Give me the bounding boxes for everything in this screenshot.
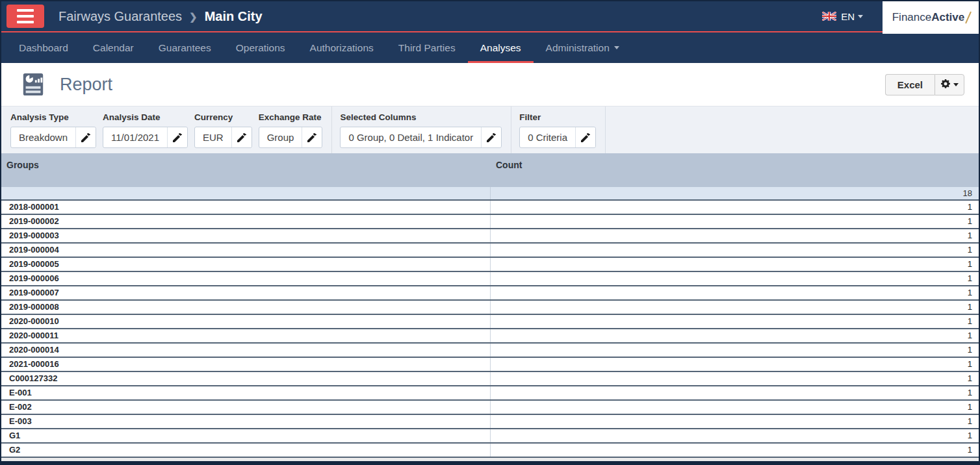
filter-divider bbox=[511, 107, 511, 153]
count-cell: 1 bbox=[491, 344, 979, 357]
count-cell: 1 bbox=[491, 329, 979, 342]
analysis-date-control[interactable]: 11/01/2021 bbox=[103, 127, 188, 148]
count-cell: 1 bbox=[491, 315, 979, 328]
logo-text-active: Active bbox=[931, 11, 964, 24]
count-cell: 1 bbox=[491, 272, 979, 285]
analysis-date-value: 11/01/2021 bbox=[103, 127, 167, 147]
filter-criteria: Filter 0 Criteria bbox=[519, 112, 596, 153]
count-cell: 1 bbox=[491, 401, 979, 414]
summary-group-cell bbox=[1, 187, 491, 199]
group-cell: 2019-000005 bbox=[1, 258, 491, 271]
filter-label: Filter bbox=[519, 112, 596, 122]
table-row: G1 1 bbox=[1, 429, 979, 444]
group-cell: 2019-000003 bbox=[1, 229, 491, 242]
breadcrumb-separator-icon: ❯ bbox=[189, 10, 198, 23]
edit-pencil-button[interactable] bbox=[167, 127, 187, 147]
count-cell: 1 bbox=[491, 358, 979, 371]
app-window: Fairways Guarantees ❯ Main City bbox=[0, 0, 980, 465]
language-code: EN bbox=[841, 11, 855, 22]
language-selector[interactable]: EN bbox=[822, 11, 863, 22]
group-cell: 2020-000011 bbox=[1, 329, 491, 342]
table-row: E-003 1 bbox=[1, 415, 979, 429]
logo-slash-icon bbox=[965, 11, 972, 23]
selected-columns-control[interactable]: 0 Group, 0 Detail, 1 Indicator bbox=[340, 127, 502, 148]
gear-icon bbox=[940, 79, 951, 91]
nav-item-third-parties[interactable]: Third Parties bbox=[386, 32, 468, 63]
group-cell: 2019-000004 bbox=[1, 244, 491, 257]
finance-active-logo[interactable]: FinanceActive bbox=[883, 1, 979, 34]
edit-pencil-button[interactable] bbox=[231, 127, 251, 147]
nav-item-guarantees[interactable]: Guarantees bbox=[146, 32, 224, 63]
count-cell: 1 bbox=[491, 258, 979, 271]
group-cell: E-003 bbox=[1, 415, 491, 428]
report-table: Groups Count 18 2018-000001 1 2019-00000… bbox=[1, 153, 979, 458]
count-cell: 1 bbox=[491, 301, 979, 314]
table-row: 2019-000008 1 bbox=[1, 301, 979, 315]
table-body: 2018-000001 1 2019-000002 1 2019-000003 … bbox=[1, 201, 979, 458]
column-header-count: Count bbox=[491, 153, 979, 187]
filter-label: Selected Columns bbox=[340, 112, 502, 122]
table-row: 2021-000016 1 bbox=[1, 358, 979, 372]
edit-pencil-button[interactable] bbox=[302, 127, 322, 147]
filter-criteria-value: 0 Criteria bbox=[520, 127, 575, 147]
edit-pencil-button[interactable] bbox=[575, 127, 595, 147]
table-row: C000127332 1 bbox=[1, 372, 979, 386]
currency-value: EUR bbox=[195, 127, 231, 147]
nav-item-operations[interactable]: Operations bbox=[224, 32, 298, 63]
currency-control[interactable]: EUR bbox=[194, 127, 252, 148]
nav-item-authorizations[interactable]: Authorizations bbox=[298, 32, 386, 63]
nav-item-dashboard[interactable]: Dashboard bbox=[6, 32, 81, 63]
report-icon bbox=[21, 72, 45, 97]
filter-label: Analysis Type bbox=[10, 112, 96, 122]
count-cell: 1 bbox=[491, 386, 979, 399]
filter-analysis-date: Analysis Date 11/01/2021 bbox=[103, 112, 188, 153]
chevron-down-icon bbox=[614, 46, 619, 49]
table-row: E-001 1 bbox=[1, 386, 979, 401]
filter-divider bbox=[331, 107, 332, 153]
breadcrumb-app[interactable]: Fairways Guarantees bbox=[58, 9, 182, 24]
nav-item-administration[interactable]: Administration bbox=[534, 32, 632, 63]
group-cell: G2 bbox=[1, 444, 491, 457]
group-cell: 2019-000007 bbox=[1, 286, 491, 299]
table-row: 2019-000004 1 bbox=[1, 244, 979, 258]
summary-row: 18 bbox=[1, 187, 979, 201]
settings-gear-button[interactable] bbox=[935, 74, 964, 95]
table-row: 2019-000006 1 bbox=[1, 272, 979, 286]
count-cell: 1 bbox=[491, 415, 979, 428]
table-row: E-002 1 bbox=[1, 401, 979, 415]
filter-panel: Analysis Type Breakdown Analysis Date 11… bbox=[1, 106, 979, 153]
column-header-groups: Groups bbox=[1, 153, 491, 187]
count-cell: 1 bbox=[491, 444, 979, 457]
analysis-type-control[interactable]: Breakdown bbox=[10, 127, 96, 148]
group-cell: 2020-000014 bbox=[1, 344, 491, 357]
filter-analysis-type: Analysis Type Breakdown bbox=[10, 112, 96, 153]
hamburger-menu-button[interactable] bbox=[6, 5, 44, 28]
breadcrumb-current-page: Main City bbox=[205, 9, 263, 24]
nav-item-analyses[interactable]: Analyses bbox=[468, 32, 534, 63]
table-row: 2020-000014 1 bbox=[1, 344, 979, 358]
nav-item-calendar[interactable]: Calendar bbox=[81, 32, 146, 63]
export-button-group: Excel bbox=[885, 74, 964, 95]
count-cell: 1 bbox=[491, 372, 979, 385]
table-row: G2 1 bbox=[1, 444, 979, 458]
table-row: 2018-000001 1 bbox=[1, 201, 979, 215]
group-cell: 2019-000002 bbox=[1, 215, 491, 228]
group-cell: G1 bbox=[1, 429, 491, 442]
count-cell: 1 bbox=[491, 215, 979, 228]
exchange-rate-control[interactable]: Group bbox=[259, 127, 323, 148]
filter-selected-columns: Selected Columns 0 Group, 0 Detail, 1 In… bbox=[340, 112, 502, 153]
table-row: 2019-000002 1 bbox=[1, 215, 979, 229]
top-bar: Fairways Guarantees ❯ Main City bbox=[1, 1, 979, 32]
filter-criteria-control[interactable]: 0 Criteria bbox=[519, 127, 596, 148]
edit-pencil-button[interactable] bbox=[481, 127, 501, 147]
table-row: 2020-000010 1 bbox=[1, 315, 979, 329]
excel-export-button[interactable]: Excel bbox=[885, 74, 935, 95]
chevron-down-icon bbox=[858, 15, 863, 18]
logo-text-finance: Finance bbox=[892, 11, 931, 24]
filter-exchange-rate: Exchange Rate Group bbox=[259, 112, 323, 153]
table-row: 2019-000005 1 bbox=[1, 258, 979, 272]
summary-count-cell: 18 bbox=[491, 187, 979, 199]
footer-strip bbox=[1, 458, 979, 461]
exchange-rate-value: Group bbox=[259, 127, 302, 147]
edit-pencil-button[interactable] bbox=[75, 127, 96, 147]
